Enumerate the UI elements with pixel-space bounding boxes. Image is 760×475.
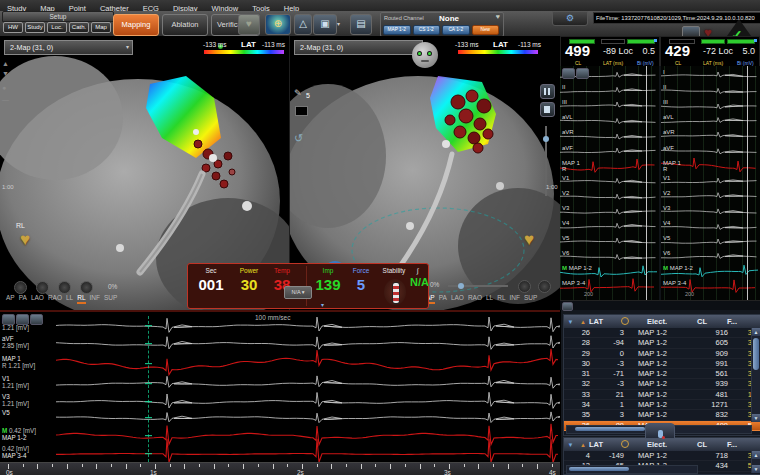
orientation-lao[interactable]: LAO [451,294,464,302]
setup-study-button[interactable]: Study [25,22,45,33]
orientation-rl[interactable]: RL [77,294,85,304]
rotate-icon[interactable]: ● [2,84,6,91]
temp-mode-dropdown[interactable]: N/A ▾ [284,286,312,299]
channel-button[interactable]: CS 1-2 [413,25,441,35]
orientation-rao[interactable]: RAO [468,294,482,302]
heart-tool-button[interactable]: ♥ [238,14,260,35]
tab-ablation[interactable]: Ablation [162,14,208,36]
zoom-slider[interactable] [448,285,508,287]
ecg-tool-icon[interactable] [576,68,589,79]
orientation-rl[interactable]: RL [497,294,505,302]
orientation-ap[interactable]: AP [6,294,15,302]
map-view-button[interactable] [518,280,531,293]
col-f[interactable]: F... [727,317,749,326]
table-row[interactable]: 341MAP 1-212713 [564,400,760,410]
sort-arrow-icon[interactable]: ▲ [577,319,589,325]
table-row[interactable]: 32-3MAP 1-29393 [564,379,760,389]
map-selector-right[interactable]: 2-Map (31, 0)▾ [294,40,423,55]
orientation-pa[interactable]: PA [19,294,27,302]
review-tool-icon[interactable] [30,314,43,325]
map-view-button[interactable] [538,280,551,293]
sort-arrow-icon[interactable]: ▲ [577,442,589,448]
scroll-down-arrow[interactable]: ▼ [752,465,760,473]
orientation-pa[interactable]: PA [439,294,447,302]
ecg-tool-icon[interactable] [562,68,575,79]
color-swatch[interactable] [295,106,308,116]
table-vertical-scrollbar[interactable]: ▲ ▼ [751,451,760,473]
zoom-tool-icon[interactable]: ― [2,96,9,103]
scrollbar-thumb[interactable] [569,467,629,471]
zoom-slider-thumb[interactable] [458,283,464,289]
scroll-up-arrow[interactable]: ▲ [752,328,760,336]
filter-funnel-icon[interactable]: ▼ [564,319,577,325]
ecg-sweep-area[interactable]: IIIIIIaVLaVRaVFMAP 1RV1V2V3V4V5V6M MAP 1… [560,66,760,300]
setup-cath-button[interactable]: Cath. [69,22,89,33]
triangle-tool-button[interactable]: △ [294,14,312,35]
clock-column-icon[interactable] [621,440,647,450]
sweep-caliper-line[interactable] [747,66,748,300]
window-layout-button[interactable]: ▤ [350,14,372,35]
channel-button[interactable]: MAP 1-2 [383,25,411,35]
table-row[interactable]: 31-71MAP 1-25613 [564,369,760,379]
review-ecg-panel[interactable]: 100 mm/sec III1.21 [mV]aVF2.85 [mV]MAP 1… [0,310,560,475]
annotation-caliper-line[interactable] [148,316,149,462]
scrollbar-thumb[interactable] [753,338,759,370]
vertical-slider-thumb[interactable] [543,136,549,142]
review-tool-icon[interactable] [16,314,29,325]
table-row[interactable]: 263MAP 1-29163 [564,328,760,338]
orientation-inf[interactable]: INF [510,294,520,302]
camera-dropdown-arrow[interactable]: ▾ [337,20,340,27]
col-elect[interactable]: Elect. [647,440,697,449]
map-view-button[interactable] [36,281,49,294]
col-cl[interactable]: CL [697,317,727,326]
filter-funnel-icon[interactable]: ▼ [564,442,577,448]
table-row[interactable]: 290MAP 1-29093 [564,349,760,359]
channel-button[interactable]: CA 1-2 [442,25,470,35]
col-lat[interactable]: LAT [589,317,621,326]
table-row[interactable]: 4-149MAP 1-27183 [564,451,760,461]
map-view-button[interactable] [80,281,93,294]
table-horizontal-scrollbar[interactable] [566,465,698,474]
table-row[interactable]: 353MAP 1-28323 [564,410,760,420]
col-cl[interactable]: CL [697,440,727,449]
sweep-caliper-line[interactable] [646,66,647,300]
table-row[interactable]: 28-94MAP 1-26053 [564,338,760,348]
setup-hw-button[interactable]: HW [3,22,23,33]
col-elect[interactable]: Elect. [647,317,697,326]
reference-heart-icon[interactable]: ♥ [20,230,30,250]
settings-gear-icon[interactable]: ⚙ [552,11,588,26]
pan-up-icon[interactable]: ▲ [2,60,9,67]
new-channel-button[interactable]: New [472,25,500,35]
pinned-points-tab[interactable] [645,423,675,439]
table-vertical-scrollbar[interactable]: ▲ ▼ [751,328,760,422]
orientation-ll[interactable]: LL [66,294,73,302]
scroll-down-arrow[interactable]: ▼ [752,414,760,422]
table-row[interactable]: 30-3MAP 1-29913 [564,359,760,369]
pen-tool-icon[interactable]: ✎ [294,88,302,98]
scrollbar-thumb[interactable] [575,427,645,431]
setup-map-button[interactable]: Map [91,22,111,33]
orientation-inf[interactable]: INF [90,294,100,302]
setup-loc-button[interactable]: Loc. [47,22,67,33]
orientation-sup[interactable]: SUP [104,294,117,302]
pause-button[interactable] [540,84,555,99]
tab-mapping[interactable]: Mapping [113,14,159,36]
camera-snapshot-button[interactable]: ▣ [313,14,337,35]
pan-down-icon[interactable]: ▼ [2,70,9,77]
compass-orientation-button[interactable]: ⊕ [265,14,291,35]
orientation-ll[interactable]: LL [486,294,493,302]
reference-heart-icon[interactable]: ♥ [524,230,534,250]
routed-channel-value[interactable]: None [439,14,459,23]
undo-rotate-icon[interactable]: ↺ [294,132,303,145]
map-view-button[interactable] [58,281,71,294]
review-tool-icon[interactable] [2,314,15,325]
scroll-up-arrow[interactable]: ▲ [752,451,760,459]
orientation-lao[interactable]: LAO [31,294,44,302]
col-lat[interactable]: LAT [589,440,621,449]
col-f[interactable]: F... [727,440,749,449]
clock-column-icon[interactable] [621,317,647,327]
footer-tool-icon[interactable] [562,302,573,311]
orientation-rao[interactable]: RAO [48,294,62,302]
table-row[interactable]: 3321MAP 1-24811 [564,390,760,400]
points-table-header[interactable]: ▼ ▲ LAT Elect. CL F... [564,315,760,328]
